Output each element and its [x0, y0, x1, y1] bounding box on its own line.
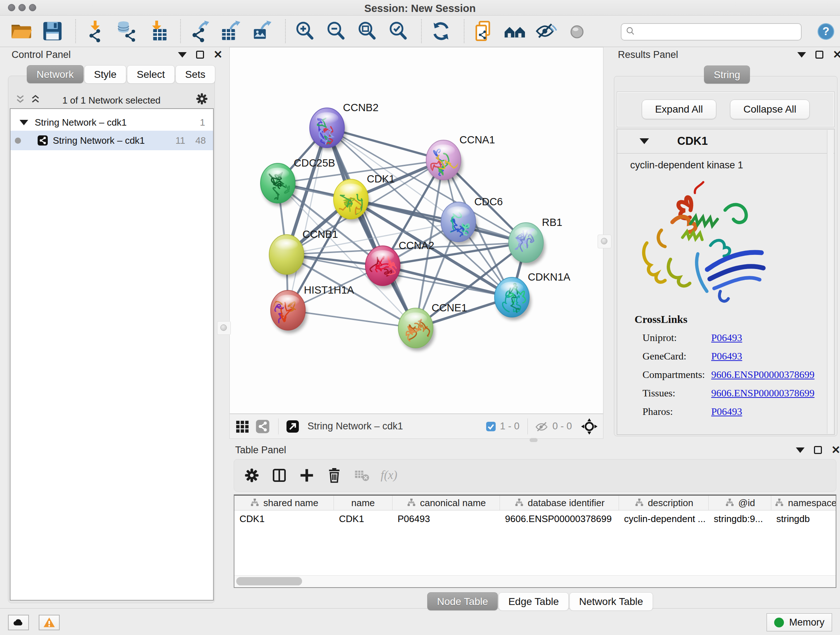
table-cell[interactable]: stringdb — [771, 513, 836, 524]
add-column-icon[interactable] — [298, 467, 315, 484]
crosslink-link[interactable]: 9606.ENSP00000378699 — [711, 387, 814, 399]
delete-column-icon[interactable] — [326, 467, 343, 484]
collapse-all-button[interactable]: Collapse All — [730, 100, 810, 119]
table-row[interactable]: CDK1CDK1P064939606.ENSP00000378699cyclin… — [234, 510, 836, 527]
detach-view-icon[interactable] — [285, 419, 300, 434]
export-network-icon[interactable] — [189, 20, 211, 42]
export-image-icon[interactable] — [251, 20, 273, 42]
column-header-namespace[interactable]: namespace — [771, 496, 836, 510]
clone-network-icon[interactable] — [472, 20, 495, 42]
scrollbar-thumb[interactable] — [236, 577, 302, 585]
import-network-file-icon[interactable] — [84, 20, 106, 42]
memory-button[interactable]: Memory — [767, 613, 832, 631]
table-h-scrollbar[interactable] — [234, 575, 836, 587]
show-graphics-details-icon[interactable] — [504, 20, 526, 42]
search-box[interactable] — [621, 23, 802, 41]
node-count: 11 — [175, 135, 185, 146]
table-cell[interactable]: stringdb:9... — [709, 513, 771, 524]
column-header-database-identifier[interactable]: database identifier — [500, 496, 619, 510]
node-label-CCNB1: CCNB1 — [302, 228, 338, 240]
panel-float-icon[interactable] — [196, 51, 204, 59]
crosslink-link[interactable]: 9606.ENSP00000378699 — [711, 369, 814, 380]
show-selected-icon — [566, 20, 588, 42]
section-collapse-icon[interactable] — [639, 138, 649, 144]
window-title: Session: New Session — [0, 3, 840, 14]
crosslinks-list: Uniprot:P06493GeneCard:P06493Compartment… — [643, 328, 820, 421]
network-canvas[interactable]: CCNB2CCNA1CDC25BCDK1CDC6RB1CCNB1CCNA2CDK… — [229, 47, 603, 414]
birds-eye-view-icon[interactable] — [581, 418, 598, 435]
panel-float-icon[interactable] — [814, 446, 822, 454]
tab-sets[interactable]: Sets — [175, 65, 215, 83]
results-scrollbar[interactable] — [827, 130, 834, 434]
help-button[interactable]: ? — [817, 22, 835, 41]
table-cell[interactable]: 9606.ENSP00000378699 — [500, 513, 619, 524]
crosslink-link[interactable]: P06493 — [711, 350, 742, 362]
network-options-gear-icon[interactable] — [195, 92, 209, 106]
column-header-shared-name[interactable]: shared name — [234, 496, 334, 510]
cloud-button[interactable] — [8, 615, 29, 630]
bottom-splitter-handle[interactable] — [530, 438, 538, 442]
panel-collapse-icon[interactable] — [178, 52, 187, 57]
table-cell[interactable]: cyclin-dependent ... — [619, 513, 709, 524]
network-graph[interactable]: CCNB2CCNA1CDC25BCDK1CDC6RB1CCNB1CCNA2CDK… — [230, 48, 603, 413]
export-table-icon[interactable] — [220, 20, 242, 42]
panel-close-icon[interactable]: ✕ — [831, 446, 840, 454]
hide-selected-icon[interactable] — [535, 20, 557, 42]
hidden-elements-count: 0 - 0 — [553, 421, 572, 432]
expand-collapse-bar: Expand All Collapse All — [617, 92, 835, 127]
expand-all-button[interactable]: Expand All — [642, 100, 716, 119]
panel-close-icon[interactable]: ✕ — [213, 51, 223, 59]
import-table-file-icon[interactable] — [146, 20, 169, 42]
panel-collapse-icon[interactable] — [796, 448, 805, 453]
show-columns-icon[interactable] — [271, 467, 287, 484]
node-label-HIST1H1A: HIST1H1A — [304, 284, 354, 296]
tab-network[interactable]: Network — [27, 65, 84, 83]
table-cell[interactable]: P06493 — [393, 513, 500, 524]
edge-count: 48 — [195, 135, 206, 146]
tree-expand-icon[interactable] — [19, 120, 28, 125]
table-settings-gear-icon[interactable] — [243, 467, 260, 484]
column-header-name[interactable]: name — [334, 496, 393, 510]
network-view-mode-icon[interactable] — [255, 419, 270, 434]
zoom-selected-icon[interactable] — [387, 20, 409, 42]
collection-count: 1 — [200, 117, 205, 128]
crosslink-row: Uniprot:P06493 — [643, 328, 820, 347]
node-table[interactable]: shared namenamecanonical namedatabase id… — [234, 494, 836, 588]
search-input[interactable] — [638, 26, 801, 38]
gene-section-header[interactable]: CDK1 — [617, 129, 834, 154]
warnings-button[interactable] — [39, 615, 60, 630]
tab-string[interactable]: String — [704, 65, 750, 84]
apply-preferred-layout-icon[interactable] — [430, 20, 452, 42]
network-collection-row[interactable]: String Network – cdk1 1 — [11, 114, 213, 131]
open-session-icon[interactable] — [10, 20, 33, 42]
crosslink-link[interactable]: P06493 — [711, 332, 742, 344]
network-view-title: String Network – cdk1 — [308, 421, 403, 432]
panel-close-icon[interactable]: ✕ — [833, 51, 840, 59]
column-header-description[interactable]: description — [619, 496, 709, 510]
import-network-database-icon[interactable] — [115, 20, 137, 42]
tab-network-table[interactable]: Network Table — [569, 592, 653, 610]
save-session-icon[interactable] — [41, 20, 64, 42]
zoom-out-icon[interactable] — [325, 20, 347, 42]
selected-nodes-checkbox[interactable] — [485, 421, 496, 432]
zoom-fit-icon[interactable] — [356, 20, 378, 42]
right-splitter-handle[interactable] — [598, 234, 611, 249]
tab-select[interactable]: Select — [127, 65, 175, 83]
zoom-in-icon[interactable] — [294, 20, 316, 42]
toolbar-separator — [421, 19, 422, 43]
panel-collapse-icon[interactable] — [797, 52, 806, 57]
network-row[interactable]: String Network – cdk1 11 48 — [11, 131, 213, 150]
column-header-canonical-name[interactable]: canonical name — [393, 496, 500, 510]
node-label-CDK1: CDK1 — [367, 173, 395, 185]
table-cell[interactable]: CDK1 — [334, 513, 393, 524]
tab-edge-table[interactable]: Edge Table — [499, 592, 569, 610]
current-network-dot-icon — [15, 138, 21, 144]
column-header-@id[interactable]: @id — [709, 496, 771, 510]
crosslink-link[interactable]: P06493 — [711, 406, 742, 417]
grid-view-icon[interactable] — [235, 419, 250, 434]
table-cell[interactable]: CDK1 — [234, 513, 334, 524]
tab-style[interactable]: Style — [84, 65, 126, 83]
panel-float-icon[interactable] — [815, 51, 823, 59]
tab-node-table[interactable]: Node Table — [427, 592, 498, 610]
left-splitter-handle[interactable] — [217, 321, 231, 335]
